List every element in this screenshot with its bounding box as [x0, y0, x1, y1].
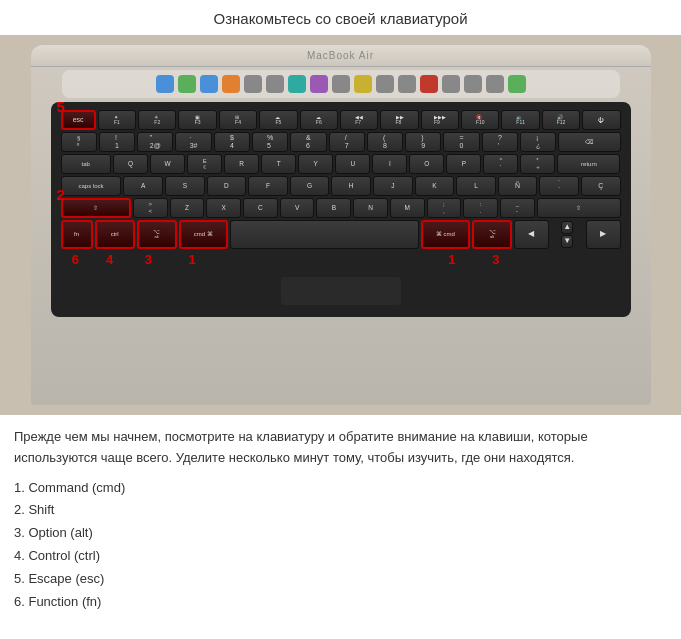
- key-down: ▼: [561, 235, 573, 248]
- asdf-row: caps lock A S D F G H J K L Ñ ¨´ Ç: [61, 176, 621, 196]
- key-b: B: [316, 198, 351, 218]
- label-4: 4: [90, 252, 129, 267]
- key-6: &6: [290, 132, 326, 152]
- key-left: ◀: [514, 220, 549, 249]
- key-w: W: [150, 154, 185, 174]
- key-colon: :.: [463, 198, 498, 218]
- keyboard: esc ✦F1 ☀F2 ▣F3 ⊞F4 ☁F5 ☁F6 ◀◀F7 ▶▶F8 ▶▶…: [51, 102, 631, 317]
- label-3-left: 3: [129, 252, 168, 267]
- dock-icon-7: [288, 75, 306, 93]
- key-f5: ☁F5: [259, 110, 297, 130]
- dock-icon-9: [332, 75, 350, 93]
- label-1-right: 1: [427, 252, 476, 267]
- arrow-up-down: ▲ ▼: [551, 220, 584, 249]
- key-right: ▶: [586, 220, 621, 249]
- key-rcmd: ⌘ cmd: [421, 220, 470, 249]
- key-t: T: [261, 154, 296, 174]
- dock-icon-13: [420, 75, 438, 93]
- label-1-left: 1: [168, 252, 217, 267]
- page-title: Ознакомьтесь со своей клавиатурой: [0, 0, 681, 35]
- key-2: "2@: [137, 132, 173, 152]
- key-ralt: ⌥alt: [472, 220, 512, 249]
- key-equals: ¡¿: [520, 132, 556, 152]
- list-item-4: 4. Control (ctrl): [14, 545, 667, 568]
- key-esc: esc: [61, 110, 96, 130]
- label-space: [217, 252, 428, 267]
- key-o: O: [409, 154, 444, 174]
- dock-bar: [62, 70, 620, 98]
- key-s: S: [165, 176, 205, 196]
- key-backtick: §º: [61, 132, 97, 152]
- list-item-6: 6. Function (fn): [14, 591, 667, 614]
- key-backspace: ⌫: [558, 132, 620, 152]
- dock-icon-12: [398, 75, 416, 93]
- key-lalt: ⌥alt: [137, 220, 177, 249]
- key-f8: ▶▶F8: [380, 110, 418, 130]
- key-cedilla: Ç: [581, 176, 621, 196]
- key-rbracket: *+: [520, 154, 555, 174]
- key-1: !1: [99, 132, 135, 152]
- key-minus: ?': [482, 132, 518, 152]
- macbook-brand: MacBook Air: [307, 50, 374, 61]
- number-row: §º !1 "2@ ·3# $4 %5 &6 /7 (8 )9 =0 ?' ¡¿…: [61, 132, 621, 152]
- dock-icon-11: [376, 75, 394, 93]
- dock-icon-10: [354, 75, 372, 93]
- page-wrapper: Ознакомьтесь со своей клавиатурой MacBoo…: [0, 0, 681, 621]
- key-list: 1. Command (cmd) 2. Shift 3. Option (alt…: [14, 477, 667, 614]
- key-p: P: [446, 154, 481, 174]
- label-2: 2: [57, 186, 65, 203]
- key-lbracket: ^`: [483, 154, 518, 174]
- key-z: Z: [170, 198, 205, 218]
- key-g: G: [290, 176, 330, 196]
- dock-icon-16: [486, 75, 504, 93]
- key-k: K: [415, 176, 455, 196]
- key-8: (8: [367, 132, 403, 152]
- dock-icon-17: [508, 75, 526, 93]
- list-item-3: 3. Option (alt): [14, 522, 667, 545]
- key-f: F: [248, 176, 288, 196]
- key-7: /7: [329, 132, 365, 152]
- key-f4: ⊞F4: [219, 110, 257, 130]
- key-d: D: [207, 176, 247, 196]
- key-caps: caps lock: [61, 176, 122, 196]
- key-power: ⏻: [582, 110, 620, 130]
- key-f10: 🔇F10: [461, 110, 499, 130]
- list-item-5: 5. Escape (esc): [14, 568, 667, 591]
- key-f11: 🔉F11: [501, 110, 539, 130]
- key-f1: ✦F1: [98, 110, 136, 130]
- dock-icon-4: [222, 75, 240, 93]
- description-section: Прежде чем мы начнем, посмотрите на клав…: [0, 415, 681, 621]
- key-space: [230, 220, 419, 249]
- dock-icon-8: [310, 75, 328, 93]
- key-tab: tab: [61, 154, 112, 174]
- key-enter: return: [557, 154, 620, 174]
- key-3: ·3#: [175, 132, 211, 152]
- key-r: R: [224, 154, 259, 174]
- key-x: X: [206, 198, 241, 218]
- key-lshift: ⇧: [61, 198, 131, 218]
- dock-icon-3: [200, 75, 218, 93]
- key-lessthan: ><: [133, 198, 168, 218]
- zxcv-row: ⇧ >< Z X C V B N M ;, :. _- ⇧ 2: [61, 198, 621, 218]
- qwerty-row: tab Q W E€ R T Y U I O P ^` *+ return: [61, 154, 621, 174]
- key-ctrl: ctrl: [95, 220, 135, 249]
- keyboard-illustration: MacBook Air: [0, 35, 681, 415]
- key-e: E€: [187, 154, 222, 174]
- dock-icon-1: [156, 75, 174, 93]
- key-fn: fn: [61, 220, 93, 249]
- label-6: 6: [61, 252, 91, 267]
- key-l: L: [456, 176, 496, 196]
- key-underscore: _-: [500, 198, 535, 218]
- dock-icon-2: [178, 75, 196, 93]
- key-ntilde: Ñ: [498, 176, 538, 196]
- key-f2: ☀F2: [138, 110, 176, 130]
- key-9: )9: [405, 132, 441, 152]
- key-y: Y: [298, 154, 333, 174]
- key-0: =0: [443, 132, 479, 152]
- key-4: $4: [214, 132, 250, 152]
- fn-key-row: esc ✦F1 ☀F2 ▣F3 ⊞F4 ☁F5 ☁F6 ◀◀F7 ▶▶F8 ▶▶…: [61, 110, 621, 130]
- key-f6: ☁F6: [300, 110, 338, 130]
- key-h: H: [331, 176, 371, 196]
- description-intro: Прежде чем мы начнем, посмотрите на клав…: [14, 427, 667, 469]
- dock-icon-6: [266, 75, 284, 93]
